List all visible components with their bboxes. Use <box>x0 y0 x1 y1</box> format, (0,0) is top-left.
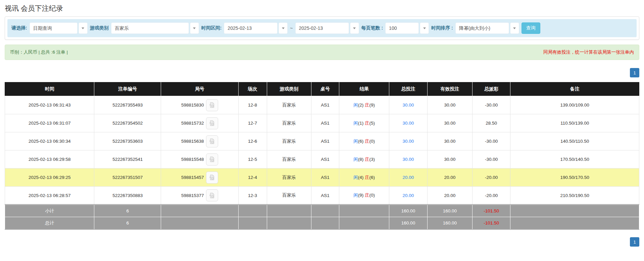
remark-cell: 140.50/110.50 <box>510 132 639 150</box>
payout-cell: -20.00 <box>472 187 510 205</box>
film-file-icon <box>209 138 215 144</box>
date-from-value[interactable]: 2025-02-13 <box>224 22 278 34</box>
player-result-value: (8) <box>358 157 364 162</box>
valid-bet-note: 同局有效投注，统一计算在该局第一张注单内 <box>543 49 634 55</box>
total-bet-link[interactable]: 20.00 <box>403 175 414 180</box>
video-replay-button[interactable] <box>206 135 218 147</box>
result-cell: 闲(9) 庄(0) <box>339 187 389 205</box>
col-game-type: 游戏类别 <box>267 82 311 96</box>
total-bet-link[interactable]: 30.00 <box>403 157 414 162</box>
time-cell: 2025-02-13 06:31:43 <box>5 96 94 114</box>
total-bet-link[interactable]: 30.00 <box>403 121 414 126</box>
session-cell: 12-3 <box>238 187 267 205</box>
banker-result-value: (0) <box>369 193 375 198</box>
round-id-cell: 598815548 <box>161 150 238 169</box>
chevron-down-icon[interactable] <box>350 22 359 34</box>
total-bet-link[interactable]: 20.00 <box>403 193 414 198</box>
query-button[interactable]: 查询 <box>522 22 540 34</box>
table-no-cell: AS1 <box>311 150 339 169</box>
chevron-down-icon[interactable] <box>510 22 519 34</box>
round-id-value: 598815548 <box>181 157 204 162</box>
game-type-select[interactable]: 百家乐 <box>111 22 199 34</box>
result-cell: 闲(8) 庄(3) <box>339 150 389 169</box>
player-result-label: 闲 <box>353 103 358 108</box>
subtotal-count: 6 <box>94 205 161 217</box>
filter-panel: 请选择: 日期查询 游戏类别 百家乐 时间区间: 2025-02-13 ~ 20… <box>5 16 639 40</box>
game-type-value[interactable]: 百家乐 <box>111 22 189 34</box>
page-size-select[interactable]: 100 <box>385 22 429 34</box>
banker-result-value: (5) <box>369 121 375 126</box>
player-result-label: 闲 <box>353 121 358 126</box>
table-no-cell: AS1 <box>311 187 339 205</box>
result-cell: 闲(4) 庄(6) <box>339 169 389 187</box>
sort-value[interactable]: 降幂(由大到小) <box>455 22 509 34</box>
player-result-value: (2) <box>358 103 364 108</box>
sort-select[interactable]: 降幂(由大到小) <box>455 22 519 34</box>
table-header: 时间 注单编号 局号 场次 游戏类别 桌号 结果 总投注 有效投注 总派彩 备注 <box>5 82 639 96</box>
subtotal-label: 小计 <box>5 205 94 217</box>
subtotal-row: 小计 6 160.00 160.00 -101.50 <box>5 205 639 217</box>
query-type-value[interactable]: 日期查询 <box>30 22 78 34</box>
video-replay-button[interactable] <box>206 172 218 184</box>
pagination-page-1[interactable]: 1 <box>630 237 639 247</box>
total-bet-link[interactable]: 30.00 <box>403 139 414 144</box>
video-replay-button[interactable] <box>206 153 218 166</box>
table-row: 2025-02-13 06:31:43 522267355493 5988158… <box>5 96 639 114</box>
film-file-icon <box>209 174 215 181</box>
round-id-value: 598815638 <box>181 139 204 144</box>
round-id-value: 598815830 <box>181 103 204 108</box>
table-row: 2025-02-13 06:28:57 522267350883 5988153… <box>5 187 639 205</box>
video-replay-button[interactable] <box>206 189 218 201</box>
chevron-down-icon[interactable] <box>279 22 288 34</box>
player-result-label: 闲 <box>353 157 358 162</box>
info-bar: 币别：人民币 | 总共 :6 注单 | 同局有效投注，统一计算在该局第一张注单内 <box>5 45 639 60</box>
bet-id-cell: 522267350883 <box>94 187 161 205</box>
player-result-label: 闲 <box>353 175 358 180</box>
game-type-cell: 百家乐 <box>267 150 311 169</box>
col-payout: 总派彩 <box>472 82 510 96</box>
total-bet-link[interactable]: 30.00 <box>403 103 414 108</box>
date-to-select[interactable]: 2025-02-13 <box>295 22 359 34</box>
date-to-value[interactable]: 2025-02-13 <box>295 22 349 34</box>
chevron-down-icon[interactable] <box>420 22 429 34</box>
page-size-value[interactable]: 100 <box>385 22 419 34</box>
banker-result-label: 庄 <box>365 175 369 180</box>
video-replay-button[interactable] <box>206 117 218 129</box>
game-type-cell: 百家乐 <box>267 169 311 187</box>
player-result-label: 闲 <box>353 193 358 198</box>
game-type-label: 游戏类别 <box>90 25 109 31</box>
banker-result-label: 庄 <box>365 103 369 108</box>
round-id-cell: 598815457 <box>161 169 238 187</box>
result-cell: 闲(1) 庄(5) <box>339 114 389 132</box>
banker-result-value: (9) <box>369 103 375 108</box>
round-id-value: 598815732 <box>181 121 204 126</box>
round-id-cell: 598815638 <box>161 132 238 150</box>
banker-result-label: 庄 <box>365 157 369 162</box>
bet-id-cell: 522267352541 <box>94 150 161 169</box>
chevron-down-icon[interactable] <box>79 22 88 34</box>
video-replay-button[interactable] <box>206 99 218 111</box>
film-file-icon <box>209 120 215 126</box>
payout-cell: -30.00 <box>472 150 510 169</box>
total-bet-cell: 30.00 <box>389 96 427 114</box>
session-cell: 12-4 <box>238 169 267 187</box>
date-from-select[interactable]: 2025-02-13 <box>224 22 288 34</box>
col-total-bet: 总投注 <box>389 82 427 96</box>
valid-bet-cell: 30.00 <box>427 114 472 132</box>
col-round-id: 局号 <box>161 82 238 96</box>
time-cell: 2025-02-13 06:28:57 <box>5 187 94 205</box>
total-valid-bet: 160.00 <box>427 217 472 230</box>
banker-result-label: 庄 <box>365 121 369 126</box>
filter-bar: 请选择: 日期查询 游戏类别 百家乐 时间区间: 2025-02-13 ~ 20… <box>7 19 637 37</box>
banker-result-value: (0) <box>369 139 375 144</box>
query-type-select[interactable]: 日期查询 <box>30 22 88 34</box>
session-cell: 12-6 <box>238 132 267 150</box>
session-cell: 12-7 <box>238 114 267 132</box>
page-title: 视讯 会员下注纪录 <box>0 0 644 15</box>
col-result: 结果 <box>339 82 389 96</box>
banker-result-label: 庄 <box>365 193 369 198</box>
pagination-page-1[interactable]: 1 <box>630 68 639 77</box>
remark-cell: 110.50/139.00 <box>510 114 639 132</box>
chevron-down-icon[interactable] <box>190 22 199 34</box>
player-result-value: (9) <box>358 193 364 198</box>
